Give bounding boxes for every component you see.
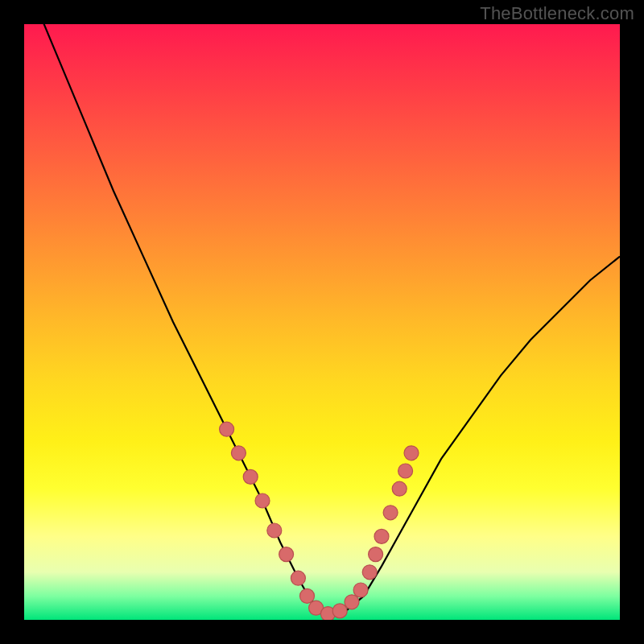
marker-dot <box>243 469 258 484</box>
marker-dot <box>231 446 246 460</box>
marker-dot <box>374 529 389 543</box>
bottleneck-curve <box>24 24 620 614</box>
marker-dot <box>332 604 347 618</box>
marker-dot <box>353 583 368 597</box>
watermark-text: TheBottleneck.com <box>480 3 634 24</box>
marker-dot <box>398 464 413 478</box>
marker-dot <box>279 547 294 562</box>
chart-frame: TheBottleneck.com <box>0 0 644 644</box>
marker-dot <box>255 493 270 508</box>
marker-dot <box>369 547 383 562</box>
marker-dot <box>392 481 407 496</box>
marker-dot <box>267 523 282 538</box>
plot-area <box>24 24 620 620</box>
curve-svg <box>24 24 620 620</box>
marker-dot <box>291 571 305 585</box>
marker-dot <box>383 506 398 520</box>
marker-dots <box>220 422 419 620</box>
marker-dot <box>345 595 359 609</box>
marker-dot <box>300 588 315 603</box>
marker-dot <box>362 565 377 580</box>
marker-dot <box>220 422 234 436</box>
marker-dot <box>404 446 419 460</box>
